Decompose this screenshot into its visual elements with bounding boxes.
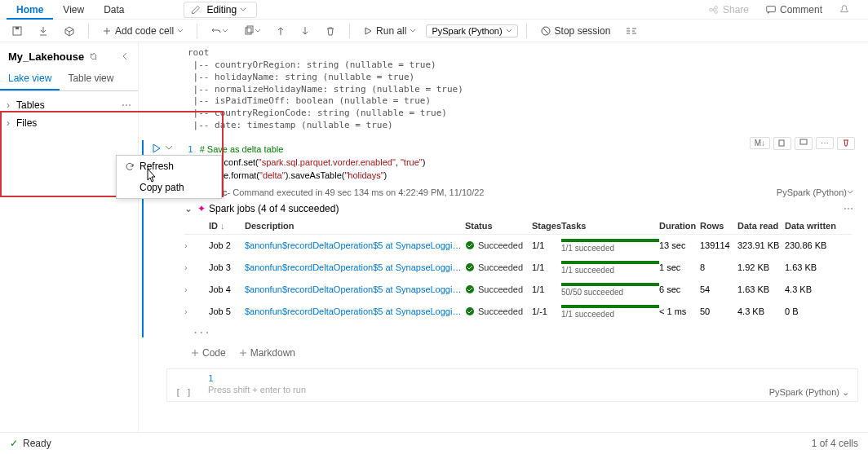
toolbar: Add code cell Run all PySpark (Python) S… <box>0 20 868 42</box>
svg-rect-4 <box>247 26 253 33</box>
notebook: root |-- countryOrRegion: string (nullab… <box>139 42 868 432</box>
cell-toolbar: M↓ ⋯ <box>750 137 855 150</box>
expand-row-button[interactable]: › <box>184 262 209 272</box>
pin-icon[interactable] <box>89 52 99 62</box>
play-icon[interactable] <box>152 143 162 153</box>
cell-prompt: [ ] <box>175 387 192 398</box>
plus-icon <box>102 26 112 36</box>
empty-code-cell[interactable]: [ ] 1 Press shift + enter to run PySpark… <box>166 368 858 402</box>
output-ellipsis: ... <box>144 323 863 337</box>
comment-icon <box>765 4 777 15</box>
refresh-icon <box>125 161 135 171</box>
stop-session-button[interactable]: Stop session <box>535 22 616 40</box>
editing-mode-dropdown[interactable]: Editing <box>184 2 258 18</box>
svg-rect-0 <box>767 6 776 11</box>
table-row: ›Job 2$anonfun$recordDeltaOperation$5 at… <box>184 235 852 257</box>
job-description-link[interactable]: $anonfun$recordDeltaOperation$5 at Synap… <box>245 306 465 316</box>
add-cell-button[interactable]: Add code cell <box>97 22 188 40</box>
add-markdown-button[interactable]: Markdown <box>239 347 295 359</box>
cell-more-button[interactable]: ⋯ <box>816 137 834 149</box>
ctx-refresh[interactable]: Refresh <box>117 156 221 177</box>
context-menu: Refresh Copy path <box>116 155 222 199</box>
tab-home[interactable]: Home <box>7 0 53 20</box>
table-row: ›Job 3$anonfun$recordDeltaOperation$5 at… <box>184 257 852 279</box>
chevron-down-icon[interactable] <box>847 189 853 196</box>
move-down-button[interactable] <box>295 22 315 40</box>
svg-rect-3 <box>246 28 251 34</box>
chevron-down-icon <box>506 28 512 34</box>
status-text: Ready <box>23 438 51 449</box>
delete-button[interactable] <box>320 22 341 40</box>
properties-button[interactable] <box>59 22 80 40</box>
chevron-right-icon: › <box>7 117 16 129</box>
tab-data[interactable]: Data <box>94 0 134 20</box>
table-row: ›Job 4$anonfun$recordDeltaOperation$5 at… <box>184 279 852 301</box>
play-icon <box>363 26 373 36</box>
svg-rect-6 <box>779 140 784 146</box>
pencil-icon <box>191 5 201 15</box>
plus-icon <box>191 349 199 357</box>
chevron-left-icon <box>122 52 130 60</box>
menubar: Home View Data Editing Share Comment <box>0 0 868 20</box>
lake-view-tab[interactable]: Lake view <box>0 68 60 90</box>
cell-copy-button[interactable] <box>773 137 791 150</box>
svg-point-11 <box>466 307 474 315</box>
success-icon <box>465 284 475 294</box>
move-up-button[interactable] <box>271 22 290 40</box>
chevron-down-icon <box>240 7 246 13</box>
ctx-copy-path[interactable]: Copy path <box>117 177 221 198</box>
comment-icon <box>799 139 808 147</box>
chevron-down-icon: ⌄ <box>184 203 193 214</box>
more-icon[interactable]: ⋯ <box>844 203 853 214</box>
expand-row-button[interactable]: › <box>184 306 209 316</box>
table-header: ID ↓ Description Status Stages Tasks Dur… <box>184 218 852 235</box>
tree-item-tables[interactable]: › Tables ⋯ <box>0 96 138 114</box>
kernel-selector[interactable]: PySpark (Python) <box>426 24 517 37</box>
spark-jobs-table: ID ↓ Description Status Stages Tasks Dur… <box>184 218 852 323</box>
variables-button[interactable] <box>620 22 643 40</box>
chevron-down-icon[interactable] <box>165 143 173 153</box>
cell-delete-button[interactable] <box>837 137 855 150</box>
share-icon <box>708 4 720 15</box>
run-all-button[interactable]: Run all <box>358 22 421 40</box>
expand-row-button[interactable]: › <box>184 240 209 250</box>
share-button[interactable]: Share <box>700 4 757 15</box>
bell-icon <box>839 4 850 15</box>
comment-button[interactable]: Comment <box>757 4 830 15</box>
job-description-link[interactable]: $anonfun$recordDeltaOperation$5 at Synap… <box>245 240 465 250</box>
spark-jobs-header[interactable]: ⌄ ✦ Spark jobs (4 of 4 succeeded) ⋯ <box>144 200 863 218</box>
code-cell: M↓ ⋯ 1 2 3 # Save as delta table spark.c… <box>142 140 863 337</box>
spark-icon: ✦ <box>197 203 206 214</box>
stop-icon <box>540 25 551 37</box>
trash-icon <box>325 25 336 37</box>
markdown-toggle[interactable]: M↓ <box>750 137 770 149</box>
save-button[interactable] <box>7 22 28 40</box>
copy-icon <box>778 139 786 147</box>
job-description-link[interactable]: $anonfun$recordDeltaOperation$5 at Synap… <box>245 284 465 294</box>
success-icon <box>465 262 475 272</box>
collapse-sidebar-button[interactable] <box>122 51 130 63</box>
svg-point-9 <box>466 263 474 271</box>
cell-kernel-label[interactable]: PySpark (Python) ⌄ <box>769 387 849 398</box>
trash-icon <box>842 139 850 147</box>
cell-comment-button[interactable] <box>795 137 813 150</box>
tree-item-files[interactable]: › Files <box>0 114 138 132</box>
success-icon <box>465 306 475 316</box>
code-content[interactable]: # Save as delta table spark.conf.set("sp… <box>200 143 426 183</box>
table-view-tab[interactable]: Table view <box>60 68 122 90</box>
undo-button[interactable] <box>206 22 233 40</box>
statusbar: ✓ Ready 1 of 4 cells <box>0 432 868 453</box>
download-button[interactable] <box>33 22 54 40</box>
job-description-link[interactable]: $anonfun$recordDeltaOperation$5 at Synap… <box>245 262 465 272</box>
chevron-right-icon: › <box>7 99 16 111</box>
chevron-down-icon <box>255 28 261 34</box>
copy-button[interactable] <box>238 22 266 40</box>
more-icon[interactable]: ⋯ <box>122 99 131 111</box>
notifications-button[interactable] <box>830 4 861 15</box>
expand-row-button[interactable]: › <box>184 284 209 294</box>
undo-icon <box>210 25 222 37</box>
add-code-button[interactable]: Code <box>191 347 226 359</box>
svg-rect-7 <box>800 139 807 144</box>
tab-view[interactable]: View <box>53 0 94 20</box>
download-icon <box>38 25 49 37</box>
